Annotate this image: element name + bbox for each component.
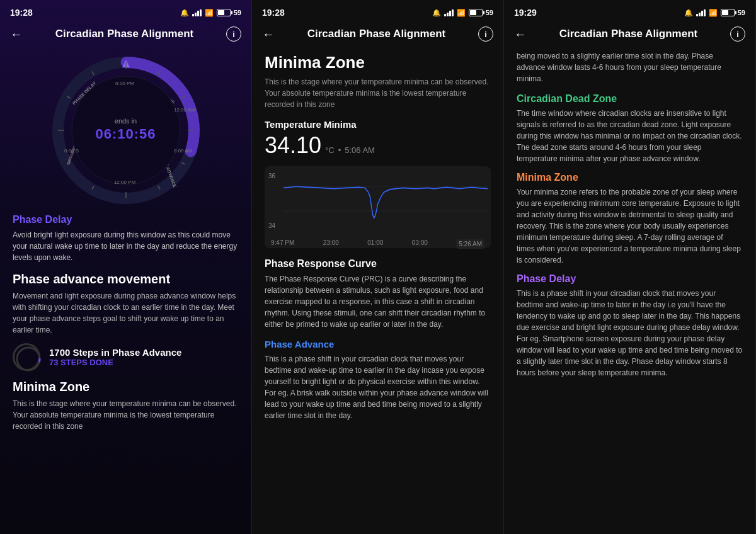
nav-header-2: ← Circadian Phase Alignment i [252,23,503,48]
info-button-3[interactable]: i [730,26,745,42]
steps-main-text: 1700 Steps in Phase Advance [49,347,181,358]
ends-in-label: ends in [95,117,156,125]
p3-cdz-title: Circadian Dead Zone [517,93,743,105]
svg-text:6:00 AM: 6:00 AM [174,148,193,154]
chart-y-labels: 36 34 [268,173,275,229]
p3-mz-body: Your minima zone refers to the probable … [517,186,743,266]
phase-delay-desc: Avoid bright light exposure during this … [13,229,239,263]
p3-pd-title: Phase Delay [517,273,743,285]
p2-minima-desc: This is the stage where your temperature… [265,76,491,110]
svg-text:12:00 AM: 12:00 AM [174,107,195,113]
panel-2: 19:28 🔔 📶 59 ← Circadian Phase Alignment… [252,0,504,534]
battery-pct-2: 59 [486,9,493,16]
signal-bars-3 [696,9,706,16]
time-label-0: 9:47 PM [271,239,294,249]
temperature-chart: 36 34 9:47 PM 23:00 01:00 [265,166,491,248]
nav-header-3: ← Circadian Phase Alignment i [504,23,755,48]
wifi-icon-2: 📶 [457,9,466,17]
steps-circle [13,343,40,371]
temp-unit: °C [325,145,335,155]
p3-intro-text: being moved to a slightly earlier time s… [517,50,743,84]
steps-done-text: 73 STEPS DONE [49,358,181,367]
temp-separator: • [338,145,341,155]
info-button-2[interactable]: i [478,26,493,42]
back-button-3[interactable]: ← [514,27,527,42]
p2-phase-advance-title: Phase Advance [265,339,491,349]
time-2: 19:28 [262,8,285,18]
battery-icon-1 [217,9,231,16]
time-label-3: 03:00 [412,239,428,249]
svg-text:0:00 S: 0:00 S [64,148,79,154]
p1-minima-desc: This is the stage where your temperature… [13,398,239,432]
nav-title-1: Circadian Phase Alignment [55,28,193,40]
battery-pct-3: 59 [738,9,745,16]
bar4 [200,9,202,16]
temp-time: 5:06 AM [345,145,375,155]
status-bar-1: 19:28 🔔 📶 59 [0,0,251,23]
battery-icon-3 [721,9,735,16]
wifi-icon-1: 📶 [205,9,214,17]
signal-bars-2 [444,9,454,16]
info-button-1[interactable]: i [226,26,241,42]
panel-1: 19:28 🔔 📶 59 ← Circadian Phase Alignment… [0,0,252,534]
y-label-top: 36 [268,173,275,179]
phase-advance-movement-desc: Movement and light exposure during phase… [13,290,239,336]
bar1 [192,14,194,16]
prc-title: Phase Response Curve [265,258,491,270]
p3-cdz-body: The time window where circadian clocks a… [517,108,743,164]
chart-line-svg [265,173,491,236]
panel-3: 19:29 🔔 📶 59 ← Circadian Phase Alignment… [504,0,756,534]
p3-mz-title: Minima Zone [517,172,743,183]
clock-container: PHASE DELAY MINIMA ZONE PHASE ADVANCE CI… [0,48,251,212]
p3-minima-zone: Minima Zone Your minima zone refers to t… [517,172,743,266]
status-right-1: 🔔 📶 59 [180,9,241,17]
p1-minima-title: Minima Zone [13,380,239,394]
battery-fill-1 [218,10,224,15]
bell-icon-3: 🔔 [684,9,693,17]
p2-phase-advance-body: This is a phase shift in your circadian … [265,353,491,421]
temp-value-row: 34.10 °C • 5:06 AM [265,132,491,159]
temp-minima-label: Temperature Minima [265,119,491,130]
status-right-3: 🔔 📶 59 [684,9,745,17]
steps-info-col: 1700 Steps in Phase Advance 73 STEPS DON… [49,347,181,367]
time-3: 19:29 [514,8,537,18]
clock-center: ends in 06:10:56 [95,117,156,142]
time-label-1: 23:00 [323,239,339,249]
steps-row: 1700 Steps in Phase Advance 73 STEPS DON… [13,343,239,371]
nav-title-3: Circadian Phase Alignment [559,28,697,40]
wifi-icon-3: 📶 [709,9,718,17]
bell-icon-2: 🔔 [432,9,441,17]
time-label-4: 5:26 AM [456,239,484,249]
bell-icon-1: 🔔 [180,9,189,17]
back-button-1[interactable]: ← [10,27,23,42]
p2-phase-advance-section: Phase Advance This is a phase shift in y… [265,339,491,421]
p2-minima-title: Minima Zone [265,53,491,72]
nav-header-1: ← Circadian Phase Alignment i [0,23,251,48]
bar2 [195,13,197,16]
p3-phase-delay: Phase Delay This is a phase shift in you… [517,273,743,378]
nav-title-2: Circadian Phase Alignment [307,28,445,40]
panel2-content: Minima Zone This is the stage where your… [252,48,503,531]
signal-bars-1 [192,9,202,16]
svg-point-25 [17,348,40,370]
steps-progress-svg [14,345,42,373]
panel1-content: Phase Delay Avoid bright light exposure … [0,212,251,432]
battery-icon-2 [469,9,483,16]
countdown-timer: 06:10:56 [95,126,156,142]
prc-desc: The Phase Response Curve (PRC) is a curv… [265,273,491,330]
time-label-2: 01:00 [367,239,383,249]
battery-pct-1: 59 [234,9,241,16]
svg-text:6:00 PM: 6:00 PM [115,81,134,86]
p3-pd-body: This is a phase shift in your circadian … [517,288,743,378]
time-1: 19:28 [10,8,33,18]
phase-delay-title: Phase Delay [13,214,239,225]
phase-advance-movement-title: Phase advance movement [13,272,239,287]
y-label-bottom: 34 [268,222,275,229]
back-button-2[interactable]: ← [262,27,275,42]
status-bar-2: 19:28 🔔 📶 59 [252,0,503,23]
p3-circadian-dead-zone: Circadian Dead Zone The time window wher… [517,93,743,164]
panel3-content: being moved to a slightly earlier time s… [504,48,755,386]
temp-value: 34.10 [265,132,321,159]
svg-text:12:00 PM: 12:00 PM [113,179,135,185]
bar3 [197,11,199,16]
